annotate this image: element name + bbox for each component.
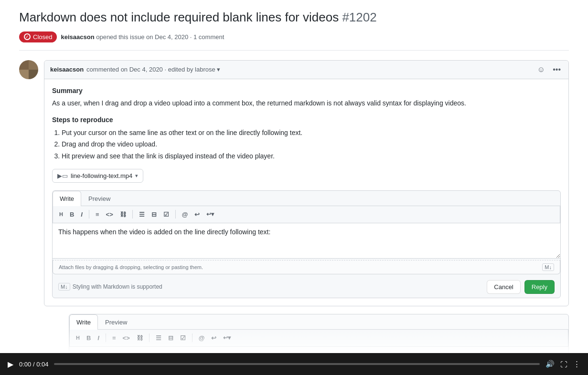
second-toolbar-divider-1 — [106, 333, 106, 342]
video-icon: ▶▭ — [57, 172, 68, 179]
second-undo-button[interactable]: ↩▾ — [221, 333, 233, 343]
second-quote-button[interactable]: ≡ — [110, 333, 118, 344]
markdown-icon: M↓ — [542, 263, 554, 271]
second-mention-button[interactable]: @ — [196, 333, 207, 344]
time-display: 0:00 / 0:04 — [19, 361, 48, 368]
summary-text: As a user, when I drag and drop a video … — [52, 98, 561, 108]
second-preview-tab[interactable]: Preview — [98, 314, 134, 330]
chevron-down-icon: ▾ — [135, 173, 138, 179]
issue-number: #1202 — [342, 10, 376, 24]
quote-button[interactable]: ≡ — [93, 209, 102, 220]
task-list-button[interactable]: ☑ — [161, 209, 171, 220]
reply-textarea[interactable] — [53, 223, 560, 259]
reply-button[interactable]: Reply — [524, 280, 555, 294]
undo-button[interactable]: ↩▾ — [204, 209, 216, 219]
reply-actions: M↓ Styling with Markdown is supported Ca… — [53, 276, 560, 298]
summary-heading: Summary — [52, 87, 561, 94]
current-time: 0:00 — [19, 361, 31, 368]
cancel-button[interactable]: Cancel — [487, 280, 520, 294]
second-ordered-list-button[interactable]: ⊟ — [166, 333, 176, 344]
second-code-button[interactable]: <> — [120, 333, 132, 344]
toolbar-divider-3 — [175, 210, 176, 219]
second-unordered-list-button[interactable]: ☰ — [153, 333, 164, 344]
opened-text: opened this issue on Dec 4, 2020 · 1 com… — [96, 33, 224, 41]
step-3: Hit preview and see that the link is dis… — [62, 151, 561, 161]
steps-heading: Steps to reproduce — [52, 116, 561, 124]
comment-header-right: ☺ ••• — [535, 64, 563, 75]
attach-note-text: Attach files by dragging & dropping, sel… — [59, 264, 203, 270]
editor-tabs: Write Preview — [53, 191, 560, 206]
attach-note: Attach files by dragging & dropping, sel… — [53, 260, 560, 274]
toolbar-divider-2 — [132, 210, 133, 219]
closed-badge: Closed — [19, 31, 57, 42]
video-attachment[interactable]: ▶▭ line-following-text.mp4 ▾ — [52, 169, 143, 183]
closed-icon — [24, 33, 31, 40]
md-badge: M↓ — [58, 283, 70, 291]
title-text: Markdown does not include required blank… — [19, 10, 339, 24]
comment-author: keisaacson — [50, 66, 84, 73]
toolbar-divider-1 — [89, 210, 89, 219]
second-editor-tabs: Write Preview — [69, 314, 568, 330]
preview-tab[interactable]: Preview — [81, 191, 118, 206]
comment-box: keisaacson commented on Dec 4, 2020 · ed… — [44, 60, 569, 306]
write-tab[interactable]: Write — [53, 191, 81, 206]
fullscreen-button[interactable]: ⛶ — [560, 360, 567, 368]
bold-button[interactable]: B — [67, 209, 76, 220]
italic-button[interactable]: I — [78, 209, 85, 220]
ref-button[interactable]: ↩ — [192, 209, 202, 220]
link-button[interactable]: ⛓ — [118, 209, 128, 220]
video-player-bar: ▶ 0:00 / 0:04 🔊 ⛶ ⋮ — [0, 353, 588, 375]
step-1: Put your cursor on the same line as othe… — [62, 127, 561, 138]
heading-button[interactable]: H — [57, 209, 65, 219]
editor-toolbar: H B I ≡ <> ⛓ ☰ ⊟ ☑ @ ↩ ↩▾ — [53, 206, 560, 223]
second-toolbar-divider-2 — [149, 333, 150, 342]
author-name: keisaacson — [61, 33, 94, 41]
step-2: Drag and drop the video upload. — [62, 139, 561, 149]
second-editor-toolbar: H B I ≡ <> ⛓ ☰ ⊟ ☑ @ ↩ ↩▾ — [69, 330, 568, 346]
status-label: Closed — [33, 33, 52, 41]
second-heading-button[interactable]: H — [74, 333, 82, 343]
code-button[interactable]: <> — [104, 209, 116, 220]
second-bold-button[interactable]: B — [84, 333, 93, 344]
comment-header-left: keisaacson commented on Dec 4, 2020 · ed… — [50, 66, 220, 73]
edit-dropdown[interactable]: ▾ — [217, 66, 220, 73]
second-italic-button[interactable]: I — [95, 333, 102, 344]
more-video-button[interactable]: ⋮ — [573, 360, 580, 368]
video-progress-bar[interactable] — [54, 363, 540, 365]
steps-list: Put your cursor on the same line as othe… — [52, 127, 561, 161]
page-title: Markdown does not include required blank… — [19, 10, 569, 26]
unordered-list-button[interactable]: ☰ — [137, 209, 147, 220]
second-task-list-button[interactable]: ☑ — [178, 333, 188, 344]
second-write-tab[interactable]: Write — [69, 314, 98, 330]
meta-text: keisaacson opened this issue on Dec 4, 2… — [61, 33, 224, 41]
second-toolbar-divider-3 — [192, 333, 192, 342]
more-options-button[interactable]: ••• — [551, 64, 563, 75]
comment-section: keisaacson commented on Dec 4, 2020 · ed… — [19, 60, 569, 306]
emoji-button[interactable]: ☺ — [535, 64, 547, 75]
markdown-note-text: Styling with Markdown is supported — [73, 283, 162, 290]
comment-action: commented on Dec 4, 2020 · edited by lab… — [86, 66, 220, 73]
markdown-note: M↓ Styling with Markdown is supported — [58, 283, 162, 291]
reply-editor: Write Preview H B I ≡ <> ⛓ ☰ ⊟ ☑ @ — [52, 190, 561, 298]
comment-body: Summary As a user, when I drag and drop … — [44, 79, 568, 306]
second-link-button[interactable]: ⛓ — [134, 333, 145, 344]
action-buttons: Cancel Reply — [487, 280, 555, 294]
comment-header: keisaacson commented on Dec 4, 2020 · ed… — [44, 61, 568, 79]
issue-meta: Closed keisaacson opened this issue on D… — [19, 31, 569, 51]
avatar — [19, 60, 38, 79]
ordered-list-button[interactable]: ⊟ — [149, 209, 159, 220]
volume-button[interactable]: 🔊 — [545, 360, 555, 368]
play-button[interactable]: ▶ — [8, 360, 13, 369]
total-time: 0:04 — [36, 361, 48, 368]
mention-button[interactable]: @ — [180, 209, 191, 220]
second-ref-button[interactable]: ↩ — [209, 333, 219, 344]
filename-label: line-following-text.mp4 — [71, 172, 132, 179]
